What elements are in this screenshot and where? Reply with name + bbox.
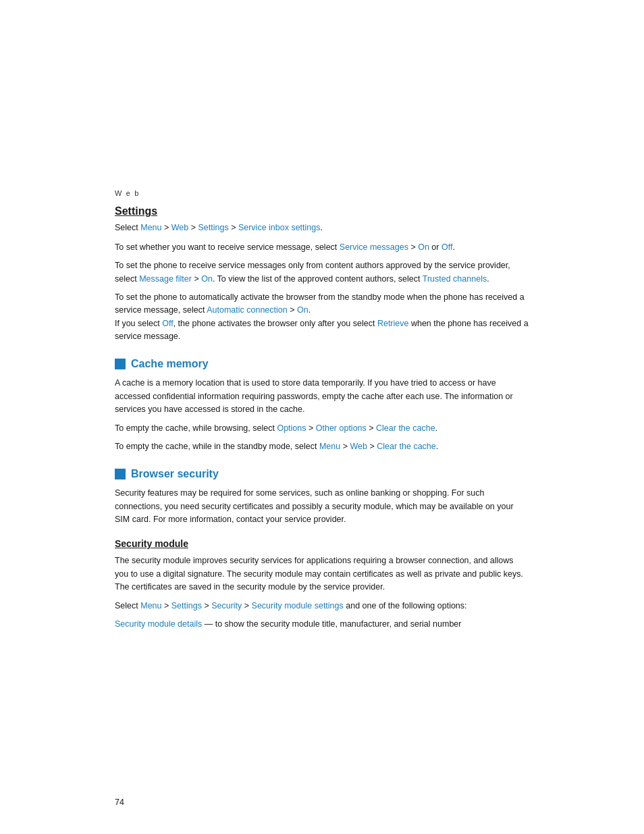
cache-memory-section-header: Cache memory xyxy=(115,358,529,370)
menu-link-1[interactable]: Menu xyxy=(140,223,161,232)
service-messages-link[interactable]: Service messages xyxy=(340,242,408,252)
cache-memory-blue-square xyxy=(115,359,126,369)
message-filter-link[interactable]: Message filter xyxy=(139,274,192,284)
settings-para1: To set whether you want to receive servi… xyxy=(115,241,529,254)
security-module-details-link[interactable]: Security module details xyxy=(115,619,202,629)
automatic-connection-link[interactable]: Automatic connection xyxy=(207,305,288,315)
cache-memory-para1: A cache is a memory location that is use… xyxy=(115,377,529,416)
settings-para2: To set the phone to receive service mess… xyxy=(115,259,529,286)
browser-security-blue-square xyxy=(115,469,126,479)
settings-heading: Settings xyxy=(115,205,529,217)
browser-security-heading: Browser security xyxy=(131,468,219,480)
settings-link-2[interactable]: Settings xyxy=(171,601,202,610)
security-module-para1: The security module improves security se… xyxy=(115,554,529,594)
on-link-3[interactable]: On xyxy=(297,305,308,315)
menu-link-2[interactable]: Menu xyxy=(319,442,340,451)
menu-link-3[interactable]: Menu xyxy=(140,601,161,610)
off-link-1[interactable]: Off xyxy=(441,242,452,252)
settings-link-1[interactable]: Settings xyxy=(198,223,228,232)
cache-memory-heading: Cache memory xyxy=(131,358,209,370)
security-module-option1: Security module details — to show the se… xyxy=(115,618,529,631)
section-label: W e b xyxy=(115,189,529,197)
on-link-1[interactable]: On xyxy=(418,242,429,252)
browser-security-para1: Security features may be required for so… xyxy=(115,487,529,526)
security-module-select-line: Select Menu > Settings > Security > Secu… xyxy=(115,600,529,613)
web-link-1[interactable]: Web xyxy=(171,223,188,232)
other-options-link[interactable]: Other options xyxy=(316,423,367,433)
settings-para3: To set the phone to automatically activa… xyxy=(115,291,529,344)
web-link-2[interactable]: Web xyxy=(350,442,367,451)
clear-cache-link-1[interactable]: Clear the cache xyxy=(376,423,435,433)
cache-memory-para3: To empty the cache, while in the standby… xyxy=(115,440,529,453)
options-link[interactable]: Options xyxy=(277,423,306,433)
security-module-settings-link[interactable]: Security module settings xyxy=(252,601,344,610)
cache-memory-para2: To empty the cache, while browsing, sele… xyxy=(115,422,529,435)
on-link-2[interactable]: On xyxy=(201,274,213,284)
retrieve-link[interactable]: Retrieve xyxy=(377,319,409,328)
settings-select-line: Select Menu > Web > Settings > Service i… xyxy=(115,221,529,234)
service-inbox-settings-link[interactable]: Service inbox settings xyxy=(238,223,321,232)
trusted-channels-link[interactable]: Trusted channels xyxy=(423,274,487,284)
page: W e b Settings Select Menu > Web > Setti… xyxy=(0,0,644,834)
security-link[interactable]: Security xyxy=(211,601,242,610)
browser-security-section-header: Browser security xyxy=(115,468,529,480)
off-link-2[interactable]: Off xyxy=(162,319,173,328)
clear-cache-link-2[interactable]: Clear the cache xyxy=(377,442,436,451)
security-module-heading: Security module xyxy=(115,538,529,549)
page-number: 74 xyxy=(115,798,124,807)
